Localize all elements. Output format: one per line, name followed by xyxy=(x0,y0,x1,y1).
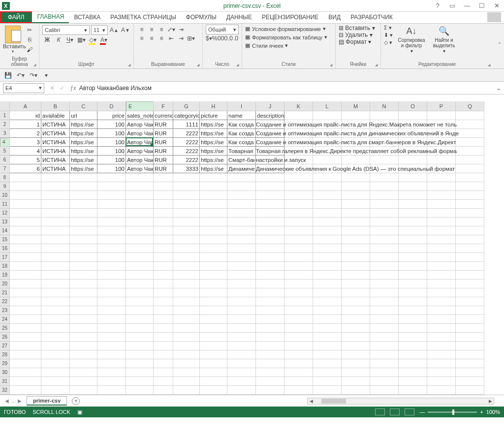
cell-overflow[interactable]: Создание и оптимизация прайс-листа для с… xyxy=(256,138,456,147)
cell[interactable] xyxy=(399,111,427,120)
cell[interactable] xyxy=(154,244,173,253)
cell[interactable] xyxy=(41,359,70,368)
cell[interactable] xyxy=(126,235,154,244)
cell[interactable] xyxy=(456,244,484,253)
cell[interactable]: ИСТИНА xyxy=(41,129,70,138)
cell[interactable] xyxy=(342,173,370,182)
cell[interactable] xyxy=(154,342,173,350)
cell[interactable] xyxy=(70,173,97,182)
cell[interactable] xyxy=(126,271,154,280)
cell[interactable] xyxy=(284,182,313,191)
cell[interactable] xyxy=(256,306,284,315)
cell[interactable] xyxy=(227,262,256,271)
col-header-L[interactable]: L xyxy=(313,101,342,111)
cell[interactable] xyxy=(10,280,41,288)
cell[interactable] xyxy=(370,350,399,359)
cell[interactable] xyxy=(456,218,484,226)
cell[interactable] xyxy=(10,350,41,359)
zoom-slider[interactable] xyxy=(428,411,477,413)
cell[interactable] xyxy=(154,262,173,271)
cell[interactable]: RUR xyxy=(154,120,173,129)
cell[interactable] xyxy=(342,156,370,164)
cell[interactable] xyxy=(427,111,456,120)
cell[interactable] xyxy=(173,244,200,253)
cell[interactable] xyxy=(70,297,97,306)
fx-icon[interactable]: ƒx xyxy=(70,85,76,92)
cell[interactable] xyxy=(70,333,97,342)
cell[interactable] xyxy=(10,297,41,306)
cell[interactable] xyxy=(313,288,342,297)
cell[interactable] xyxy=(154,386,173,395)
cell[interactable]: url xyxy=(70,111,97,120)
cell[interactable] xyxy=(399,244,427,253)
row-header-12[interactable]: 12 xyxy=(0,209,10,218)
cell[interactable] xyxy=(41,209,70,218)
cell[interactable] xyxy=(10,368,41,377)
cell[interactable] xyxy=(284,262,313,271)
cell[interactable] xyxy=(256,342,284,350)
cell[interactable] xyxy=(256,280,284,288)
cell[interactable]: Автор Чак xyxy=(126,164,154,173)
row-header-28[interactable]: 28 xyxy=(0,350,10,359)
cell[interactable] xyxy=(227,226,256,235)
cell[interactable] xyxy=(284,386,313,395)
cell[interactable] xyxy=(370,306,399,315)
cell[interactable]: https://se xyxy=(200,164,227,173)
cell[interactable] xyxy=(456,191,484,200)
format-cells-button[interactable]: ▤ Формат ▾ xyxy=(339,38,378,45)
qat-customize-icon[interactable]: ▾ xyxy=(41,72,51,79)
find-select-button[interactable]: 🔍Найти и выделить▾ xyxy=(430,25,458,54)
cell[interactable] xyxy=(97,262,126,271)
cell[interactable] xyxy=(427,235,456,244)
cell[interactable] xyxy=(427,324,456,333)
cell[interactable]: 2222 xyxy=(173,156,200,164)
cell[interactable] xyxy=(227,253,256,262)
cell[interactable] xyxy=(70,226,97,235)
cell[interactable]: Автор Чак xyxy=(126,120,154,129)
cell[interactable]: RUR xyxy=(154,129,173,138)
cell[interactable] xyxy=(173,324,200,333)
font-color-icon[interactable]: A▾ xyxy=(99,35,109,45)
cell[interactable]: 100 xyxy=(97,120,126,129)
cell[interactable] xyxy=(154,280,173,288)
col-header-Q[interactable]: Q xyxy=(456,101,484,111)
cell[interactable] xyxy=(427,209,456,218)
cell[interactable]: picture xyxy=(200,111,227,120)
cell[interactable] xyxy=(227,368,256,377)
cell[interactable] xyxy=(200,253,227,262)
sheet-nav-next-icon[interactable]: ▶ xyxy=(18,398,22,404)
cell[interactable] xyxy=(427,182,456,191)
cell[interactable] xyxy=(456,288,484,297)
cell[interactable] xyxy=(227,350,256,359)
cell[interactable] xyxy=(173,173,200,182)
row-header-27[interactable]: 27 xyxy=(0,342,10,350)
dec-decimal-icon[interactable]: .0 xyxy=(233,33,239,43)
cell[interactable] xyxy=(370,244,399,253)
cell[interactable]: RUR xyxy=(154,138,173,147)
cell[interactable]: categoryid xyxy=(173,111,200,120)
cell[interactable]: 2222 xyxy=(173,129,200,138)
cell[interactable] xyxy=(256,182,284,191)
cell[interactable]: Как созда xyxy=(227,129,256,138)
row-header-19[interactable]: 19 xyxy=(0,271,10,280)
cell[interactable] xyxy=(370,280,399,288)
cell[interactable] xyxy=(342,200,370,209)
cell[interactable] xyxy=(173,377,200,386)
cell[interactable] xyxy=(10,173,41,182)
cell[interactable] xyxy=(200,182,227,191)
cell[interactable] xyxy=(97,191,126,200)
cell[interactable] xyxy=(313,253,342,262)
cell[interactable] xyxy=(313,209,342,218)
cell[interactable] xyxy=(456,359,484,368)
cell[interactable] xyxy=(427,271,456,280)
cell[interactable] xyxy=(97,342,126,350)
cell-overflow[interactable]: Товарная галерея в Яндекс.Директе предст… xyxy=(256,147,457,156)
cell[interactable] xyxy=(200,350,227,359)
cell[interactable] xyxy=(200,209,227,218)
cell[interactable] xyxy=(70,324,97,333)
cell[interactable] xyxy=(126,359,154,368)
cell[interactable] xyxy=(427,350,456,359)
cell[interactable] xyxy=(126,324,154,333)
cell[interactable] xyxy=(41,306,70,315)
cell[interactable] xyxy=(370,111,399,120)
